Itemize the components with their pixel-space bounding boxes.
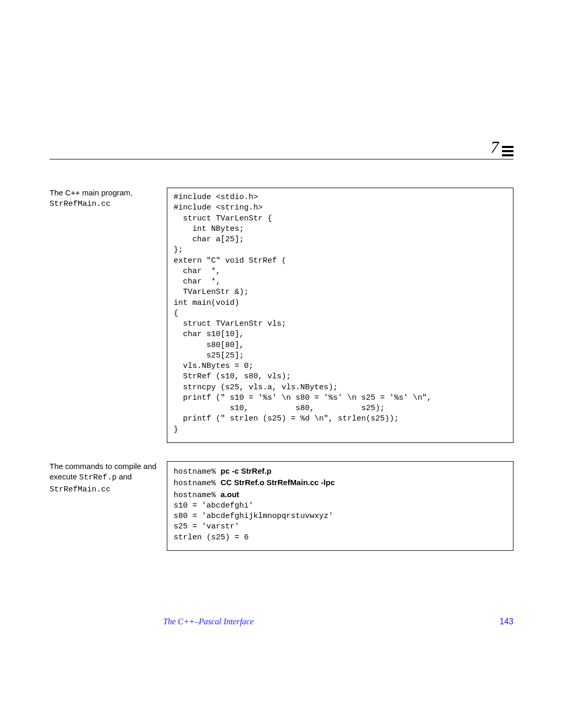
block1-code-box: #include <stdio.h> #include <string.h> s… <box>167 188 513 443</box>
chapter-number: 7 <box>491 138 499 157</box>
caption-filename: StrRefMain.cc <box>50 200 111 208</box>
compile-execute-block: The commands to compile and execute StrR… <box>50 461 513 551</box>
menu-icon <box>502 146 513 156</box>
svg-rect-1 <box>502 150 513 152</box>
footer-title: The C++–Pascal Interface <box>163 617 254 626</box>
page: 7 The C++ main program, StrRefMain.cc #i… <box>0 0 563 728</box>
block2-caption: The commands to compile and execute StrR… <box>50 461 167 495</box>
svg-rect-0 <box>502 146 513 148</box>
caption-text-b: and <box>117 472 132 481</box>
page-header: 7 <box>50 143 513 159</box>
block1-caption: The C++ main program, StrRefMain.cc <box>50 188 167 210</box>
page-number: 143 <box>499 617 513 626</box>
caption-filename-b: StrRefMain.cc <box>50 485 111 494</box>
caption-filename-a: StrRef.p <box>79 473 117 482</box>
block2-code-box: hostname% pc -c StrRef.p hostname% CC St… <box>167 461 513 551</box>
cpp-code: #include <stdio.h> #include <string.h> s… <box>174 192 508 435</box>
page-footer: The C++–Pascal Interface 143 <box>50 617 513 626</box>
svg-rect-2 <box>502 154 513 156</box>
cpp-main-program-block: The C++ main program, StrRefMain.cc #inc… <box>50 188 513 443</box>
terminal-output: hostname% pc -c StrRef.p hostname% CC St… <box>174 466 508 543</box>
caption-text: The C++ main program, <box>50 188 132 197</box>
